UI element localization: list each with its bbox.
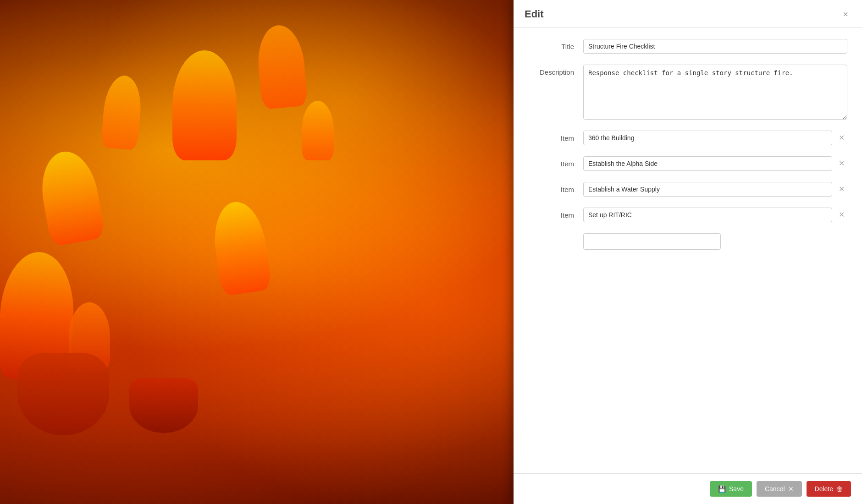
delete-button[interactable]: Delete 🗑 [807,481,851,497]
description-input[interactable]: Response checklist for a single story st… [583,65,847,120]
remove-item-2-button[interactable]: ✕ [836,158,847,169]
title-input[interactable] [583,39,847,54]
description-row: Description Response checklist for a sin… [528,65,847,120]
save-icon: 💾 [718,485,726,493]
description-label: Description [528,65,583,76]
item-label-2: Item [528,156,583,168]
remove-item-4-button[interactable]: ✕ [836,209,847,220]
item-row-3: Item ✕ [528,182,847,197]
item-label-3: Item [528,182,583,193]
cancel-icon: ✕ [788,485,794,493]
item-input-group-1: ✕ [583,131,847,145]
trash-icon: 🗑 [836,485,843,493]
delete-label: Delete [815,485,833,493]
title-row: Title [528,39,847,54]
item-row-5-partial [528,233,847,250]
item-label-4: Item [528,208,583,219]
remove-item-1-button[interactable]: ✕ [836,132,847,143]
item-row-4: Item ✕ [528,208,847,222]
cancel-button[interactable]: Cancel ✕ [757,481,802,497]
item-input-group-2: ✕ [583,156,847,171]
title-label: Title [528,39,583,50]
save-button[interactable]: 💾 Save [710,481,752,497]
item-input-5[interactable] [583,233,721,250]
item-input-2[interactable] [583,156,832,171]
item-label-1: Item [528,131,583,142]
close-button[interactable]: × [840,9,851,20]
edit-modal: Edit × Title Description Response checkl… [514,0,862,504]
remove-item-3-button[interactable]: ✕ [836,184,847,195]
modal-overlay: Edit × Title Description Response checkl… [0,0,862,504]
item-label-5 [528,240,583,243]
item-input-group-3: ✕ [583,182,847,197]
save-label: Save [729,485,744,493]
item-row-2: Item ✕ [528,156,847,171]
modal-body: Title Description Response checklist for… [514,28,862,473]
cancel-label: Cancel [765,485,785,493]
item-input-1[interactable] [583,131,832,145]
modal-title: Edit [525,8,544,20]
item-input-group-4: ✕ [583,208,847,222]
item-input-4[interactable] [583,208,832,222]
item-input-3[interactable] [583,182,832,197]
item-row-1: Item ✕ [528,131,847,145]
modal-footer: 💾 Save Cancel ✕ Delete 🗑 [514,473,862,504]
modal-header: Edit × [514,0,862,28]
